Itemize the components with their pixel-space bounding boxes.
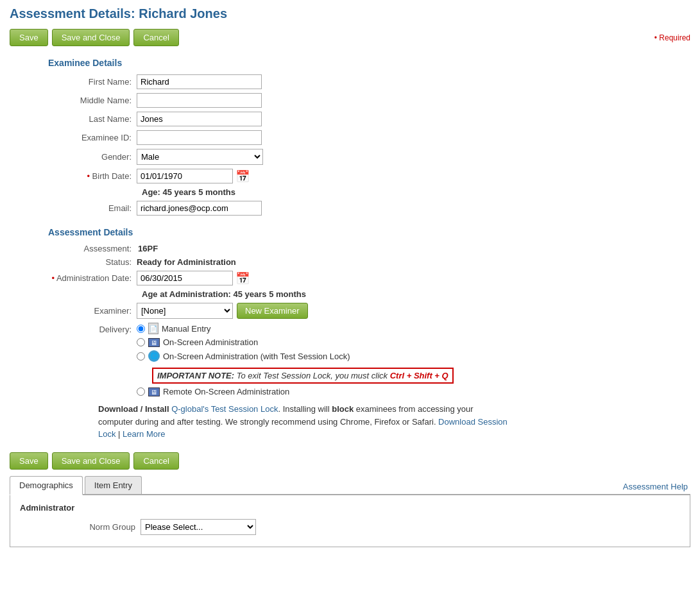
age-at-admin-display: Age at Administration: 45 years 5 months	[142, 289, 306, 299]
delivery-manual-label[interactable]: Manual Entry	[162, 324, 211, 334]
delivery-onscreen: 🖥 On-Screen Administration	[137, 337, 454, 347]
save-button-bottom[interactable]: Save	[10, 452, 48, 470]
important-note-label: IMPORTANT NOTE:	[157, 371, 234, 380]
status-label: Status:	[48, 257, 132, 267]
last-name-row: Last Name:	[48, 112, 690, 126]
examiner-row: Examiner: [None] New Examiner	[48, 303, 690, 319]
middle-name-row: Middle Name:	[48, 93, 690, 108]
assessment-help-link[interactable]: Assessment Help	[623, 482, 690, 494]
important-note-box: IMPORTANT NOTE: To exit Test Session Loc…	[152, 368, 454, 384]
email-input[interactable]	[137, 201, 262, 216]
tabs-bar: Demographics Item Entry	[10, 476, 144, 494]
assessment-value: 16PF	[138, 244, 158, 253]
birth-date-wrapper: 📅	[137, 169, 250, 183]
assessment-row: Assessment: 16PF	[48, 244, 690, 253]
important-note-text: To exit Test Session Lock, you must clic…	[237, 371, 390, 380]
save-close-button-bottom[interactable]: Save and Close	[52, 452, 130, 470]
age-row: Age: 45 years 5 months	[48, 187, 690, 197]
download-info: Download / Install Q-global's Test Sessi…	[98, 403, 509, 441]
examinee-details-title: Examinee Details	[48, 58, 690, 68]
delivery-remote-radio[interactable]	[137, 387, 145, 396]
gender-label: Gender:	[48, 152, 132, 162]
last-name-input[interactable]	[137, 112, 262, 126]
norm-group-row: Norm Group Please Select...	[20, 519, 680, 535]
examinee-id-label: Examinee ID:	[48, 133, 132, 142]
norm-group-label: Norm Group	[71, 522, 135, 532]
cancel-button-bottom[interactable]: Cancel	[133, 452, 178, 470]
birth-date-row: Birth Date: 📅	[48, 169, 690, 183]
gender-row: Gender: Male Female Other	[48, 149, 690, 165]
gender-select[interactable]: Male Female Other	[137, 149, 263, 165]
delivery-onscreen-lock: 🌐 On-Screen Administration (with Test Se…	[137, 350, 454, 384]
block-text: block	[332, 404, 354, 414]
delivery-label: Delivery:	[48, 323, 132, 334]
delivery-options: 📄 Manual Entry 🖥 On-Screen Administratio…	[137, 323, 454, 396]
required-indicator: • Required	[654, 33, 690, 42]
administrator-title: Administrator	[20, 503, 680, 513]
age-admin-row: Age at Administration: 45 years 5 months	[48, 289, 690, 299]
first-name-label: First Name:	[48, 77, 132, 87]
birth-date-label: Birth Date:	[48, 171, 132, 181]
learn-more-link[interactable]: Learn More	[123, 429, 165, 439]
doc-icon: 📄	[148, 323, 158, 334]
assessment-label: Assessment:	[48, 244, 132, 253]
examinee-id-row: Examinee ID:	[48, 130, 690, 145]
norm-group-select[interactable]: Please Select...	[141, 519, 256, 535]
tab-content-demographics: Administrator Norm Group Please Select..…	[10, 495, 690, 547]
delivery-remote-label[interactable]: Remote On-Screen Administration	[163, 387, 289, 396]
download-prefix: Download / Install	[98, 404, 169, 414]
save-button-top[interactable]: Save	[10, 29, 48, 46]
tab-item-entry[interactable]: Item Entry	[85, 476, 142, 494]
delivery-remote: 🖥 Remote On-Screen Administration	[137, 387, 454, 396]
calendar-icon[interactable]: 📅	[235, 169, 250, 183]
tab-demographics[interactable]: Demographics	[10, 476, 83, 495]
delivery-manual: 📄 Manual Entry	[137, 323, 454, 334]
admin-date-wrapper: 📅	[137, 271, 250, 285]
last-name-label: Last Name:	[48, 114, 132, 124]
examinee-details-section: Examinee Details First Name: Middle Name…	[48, 58, 690, 216]
assessment-details-section: Assessment Details Assessment: 16PF Stat…	[48, 227, 690, 396]
delivery-manual-radio[interactable]	[137, 325, 145, 333]
bottom-toolbar: Save Save and Close Cancel	[10, 452, 690, 470]
important-note-keys: Ctrl + Shift + Q	[390, 371, 448, 380]
first-name-input[interactable]	[137, 74, 262, 89]
cancel-button-top[interactable]: Cancel	[133, 29, 178, 46]
birth-date-input[interactable]	[137, 169, 233, 183]
save-close-button-top[interactable]: Save and Close	[52, 29, 130, 46]
age-display: Age: 45 years 5 months	[142, 187, 235, 197]
delivery-row: Delivery: 📄 Manual Entry 🖥 On-Screen Adm…	[48, 323, 690, 396]
delivery-onscreen-label[interactable]: On-Screen Administration	[163, 337, 258, 347]
page-title: Assessment Details: Richard Jones	[10, 6, 690, 21]
examiner-label: Examiner:	[48, 306, 132, 316]
delivery-onscreen-radio[interactable]	[137, 338, 145, 346]
top-toolbar: Save Save and Close Cancel • Required	[10, 29, 690, 46]
status-value: Ready for Administration	[137, 257, 236, 267]
email-row: Email:	[48, 201, 690, 216]
globe-icon: 🌐	[148, 350, 160, 362]
admin-date-label: Administration Date:	[48, 273, 132, 283]
monitor-small-icon: 🖥	[148, 338, 160, 347]
admin-calendar-icon[interactable]: 📅	[235, 271, 250, 285]
email-label: Email:	[48, 203, 132, 213]
assessment-details-title: Assessment Details	[48, 227, 690, 237]
admin-date-row: Administration Date: 📅	[48, 271, 690, 285]
new-examiner-button[interactable]: New Examiner	[237, 303, 308, 319]
monitor-icon: 🖥	[148, 387, 160, 396]
delivery-onscreen-lock-radio[interactable]	[137, 352, 145, 361]
admin-date-input[interactable]	[137, 271, 233, 285]
examiner-select[interactable]: [None]	[137, 303, 233, 319]
examinee-id-input[interactable]	[137, 130, 262, 145]
status-row: Status: Ready for Administration	[48, 257, 690, 267]
delivery-onscreen-lock-label[interactable]: On-Screen Administration (with Test Sess…	[163, 352, 350, 361]
middle-name-input[interactable]	[137, 93, 262, 108]
session-lock-link[interactable]: Q-global's Test Session Lock	[171, 404, 278, 414]
middle-name-label: Middle Name:	[48, 96, 132, 105]
first-name-row: First Name:	[48, 74, 690, 89]
tabs-container: Demographics Item Entry Assessment Help	[10, 476, 690, 495]
